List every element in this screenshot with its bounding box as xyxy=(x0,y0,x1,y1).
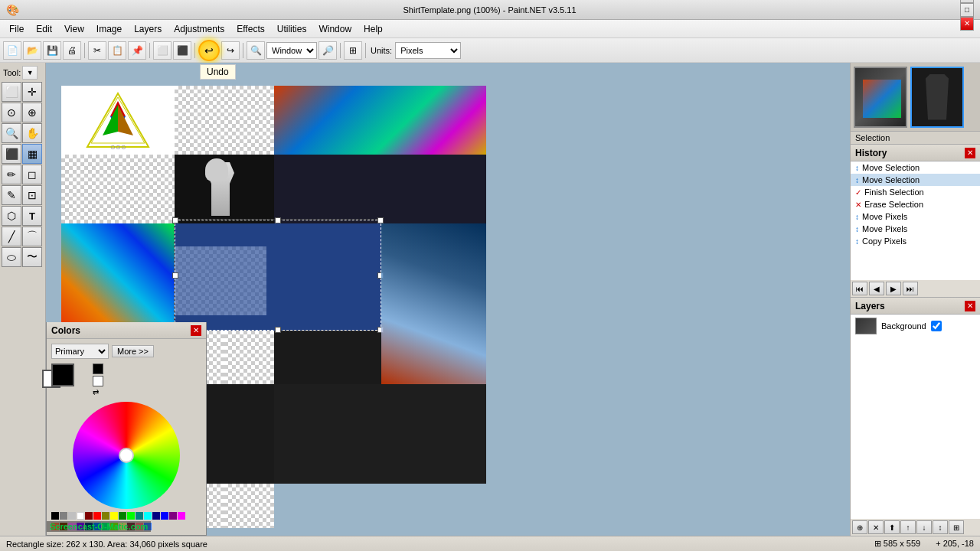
gradient-tool[interactable]: ▦ xyxy=(22,144,42,164)
menu-adjustments[interactable]: Adjustments xyxy=(168,22,230,36)
color-type-dropdown[interactable]: Primary Secondary xyxy=(51,344,109,359)
zoom-out-button[interactable]: 🔍 xyxy=(247,41,265,60)
layer-move-up-button[interactable]: ↑ xyxy=(900,520,916,534)
palette-purple[interactable] xyxy=(169,512,177,520)
paintbrush-tool[interactable]: ✏ xyxy=(2,165,21,184)
history-icon-4: ✕ xyxy=(855,201,861,209)
layers-close-button[interactable]: ✕ xyxy=(965,301,975,311)
history-item-7[interactable]: ↕ Copy Pixels xyxy=(851,235,980,247)
pencil-tool[interactable]: ✎ xyxy=(2,185,21,205)
print-button[interactable]: 🖨 xyxy=(63,41,81,60)
history-item-4[interactable]: ✕ Erase Selection xyxy=(851,198,980,210)
undo-button[interactable]: ↩ Undo xyxy=(198,40,220,61)
layer-merge-button[interactable]: ↕ xyxy=(933,520,948,534)
palette-fuchsia[interactable] xyxy=(178,512,185,520)
select-all-button[interactable]: ⬛ xyxy=(173,41,191,60)
paste-button[interactable]: 📌 xyxy=(128,41,146,60)
tool-options-button[interactable]: ▼ xyxy=(22,66,38,80)
palette-navy[interactable] xyxy=(152,512,160,520)
zoom-in-button[interactable]: 🔎 xyxy=(318,41,337,60)
grid-button[interactable]: ⊞ xyxy=(344,41,362,60)
thumbnail-2[interactable] xyxy=(910,67,964,128)
colors-close-button[interactable]: ✕ xyxy=(191,325,201,336)
history-item[interactable]: ↕ Move Selection xyxy=(851,161,980,174)
layer-add-button[interactable]: ⊕ xyxy=(852,520,867,534)
deselect-button[interactable]: ⬜ xyxy=(153,41,172,60)
layer-duplicate-button[interactable]: ⬆ xyxy=(884,520,900,534)
color-more-button[interactable]: More >> xyxy=(112,345,154,357)
open-button[interactable]: 📂 xyxy=(23,41,41,60)
history-item-active[interactable]: ↕ Move Selection xyxy=(851,174,980,186)
menu-effects[interactable]: Effects xyxy=(230,22,270,36)
menu-window[interactable]: Window xyxy=(312,22,358,36)
history-item-5[interactable]: ↕ Move Pixels xyxy=(851,210,980,223)
paint-bucket-tool[interactable]: ⬛ xyxy=(2,144,21,164)
rectangle-select-tool[interactable]: ⬜ xyxy=(2,82,21,102)
palette-olive[interactable] xyxy=(102,512,109,520)
palette-white[interactable] xyxy=(77,512,84,520)
menu-help[interactable]: Help xyxy=(358,22,389,36)
cut-button[interactable]: ✂ xyxy=(88,41,106,60)
history-first-button[interactable]: ⏮ xyxy=(852,282,867,295)
palette-gray[interactable] xyxy=(60,512,67,520)
palette-teal[interactable] xyxy=(136,512,143,520)
layer-delete-button[interactable]: ✕ xyxy=(868,520,884,534)
layer-item-background[interactable]: Background xyxy=(851,315,980,337)
palette-yellow[interactable] xyxy=(110,512,118,520)
history-prev-button[interactable]: ◀ xyxy=(869,282,884,295)
clone-stamp-tool[interactable]: ⊡ xyxy=(22,185,42,205)
foreground-color-swatch[interactable] xyxy=(51,364,74,386)
palette-silver[interactable] xyxy=(68,512,76,520)
palette-green[interactable] xyxy=(119,512,126,520)
palette-red[interactable] xyxy=(93,512,101,520)
menu-view[interactable]: View xyxy=(58,22,90,36)
history-item-3[interactable]: ✓ Finish Selection xyxy=(851,186,980,198)
units-dropdown[interactable]: Pixels Inches Centimeters xyxy=(395,42,461,59)
window-dropdown[interactable]: Window xyxy=(266,42,317,59)
menu-layers[interactable]: Layers xyxy=(128,22,168,36)
redo-button[interactable]: ↪ xyxy=(221,41,240,60)
freeform-tool[interactable]: 〜 xyxy=(22,247,42,267)
black-swatch[interactable] xyxy=(93,364,103,374)
thumbnail-1[interactable] xyxy=(854,67,907,128)
color-wheel-container[interactable] xyxy=(73,402,180,509)
layer-label: Background xyxy=(881,321,926,331)
menu-image[interactable]: Image xyxy=(90,22,128,36)
text-tool[interactable]: T xyxy=(22,206,42,226)
line-tool[interactable]: ╱ xyxy=(2,227,21,246)
history-last-button[interactable]: ⏭ xyxy=(903,282,918,295)
palette-maroon[interactable] xyxy=(85,512,93,520)
layer-move-down-button[interactable]: ↓ xyxy=(916,520,932,534)
colors-body: Primary Secondary More >> ⇄ xyxy=(47,339,206,535)
color-wheel[interactable] xyxy=(73,402,180,509)
save-button[interactable]: 💾 xyxy=(43,41,61,60)
palette-black[interactable] xyxy=(51,512,59,520)
close-button[interactable]: ✕ xyxy=(960,17,974,31)
ellipse-tool[interactable]: ⬭ xyxy=(2,247,21,267)
eraser-tool[interactable]: ◻ xyxy=(22,165,42,184)
menu-edit[interactable]: Edit xyxy=(30,22,58,36)
palette-lime[interactable] xyxy=(127,512,135,520)
shapes-tool[interactable]: ⌒ xyxy=(22,227,42,246)
palette-blue[interactable] xyxy=(161,512,168,520)
layer-properties-button[interactable]: ⊞ xyxy=(949,520,964,534)
layer-visibility-checkbox[interactable] xyxy=(931,321,942,331)
history-close-button[interactable]: ✕ xyxy=(965,148,975,158)
selection-area[interactable] xyxy=(175,223,381,331)
recolor-tool[interactable]: ⬡ xyxy=(2,206,21,226)
menu-file[interactable]: File xyxy=(3,22,30,36)
pan-tool[interactable]: ✋ xyxy=(22,123,42,143)
copy-button[interactable]: 📋 xyxy=(108,41,126,60)
move-pixels-tool[interactable]: ⊕ xyxy=(22,103,42,122)
new-button[interactable]: 📄 xyxy=(3,41,21,60)
move-selection-tool[interactable]: ✛ xyxy=(22,82,42,102)
zoom-tool[interactable]: 🔍 xyxy=(2,123,21,143)
history-item-6[interactable]: ↕ Move Pixels xyxy=(851,223,980,235)
history-next-button[interactable]: ▶ xyxy=(886,282,901,295)
maximize-button[interactable]: □ xyxy=(960,3,974,17)
white-swatch[interactable] xyxy=(93,376,103,386)
palette-cyan[interactable] xyxy=(144,512,152,520)
swap-colors-button[interactable]: ⇄ xyxy=(93,388,103,396)
lasso-tool[interactable]: ⊙ xyxy=(2,103,21,122)
menu-utilities[interactable]: Utilities xyxy=(271,22,313,36)
